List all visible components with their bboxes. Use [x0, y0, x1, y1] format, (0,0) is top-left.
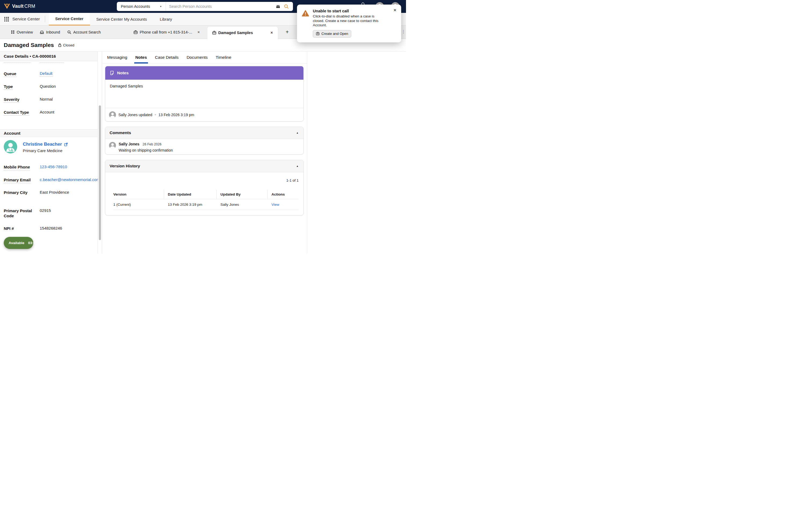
scrolled-field-stub [40, 62, 64, 63]
table-header-row: Version Date Updated Updated By Actions [113, 190, 299, 199]
external-link-icon [64, 143, 68, 147]
nav-tab-service-center[interactable]: Service Center [49, 13, 90, 25]
availability-timer: 03:00 [28, 241, 38, 245]
close-tab-icon[interactable]: ✕ [197, 30, 200, 34]
case-icon [212, 31, 216, 35]
collapse-icon[interactable]: ▲ [296, 165, 299, 167]
field-value-primary-postal-code: 02915 [40, 208, 51, 213]
account-section-header: Account [0, 129, 97, 137]
tab-documents[interactable]: Documents [186, 52, 208, 64]
vault-crm-logo[interactable]: VaultCRM [4, 3, 35, 9]
notes-card-header: Notes [105, 66, 303, 80]
comment-author: Sally Jones [119, 142, 139, 146]
case-panel-header: Case Details • CA-0000016 [0, 52, 97, 61]
field-label-type: Type [4, 84, 37, 89]
field-label-mobile-phone: Mobile Phone [4, 164, 37, 170]
field-value-queue[interactable]: Default [40, 71, 53, 76]
app-launcher-icon[interactable] [4, 17, 9, 21]
note-updated-by: Sally Jones updated [118, 113, 152, 117]
note-text: Damaged Samples [110, 84, 143, 88]
field-label-severity: Severity [4, 97, 37, 102]
tab-notes[interactable]: Notes [135, 52, 147, 64]
tab-timeline[interactable]: Timeline [215, 52, 232, 64]
create-and-open-button[interactable]: Create and Open [313, 30, 351, 38]
case-icon [134, 30, 138, 34]
notes-card-title: Notes [117, 70, 129, 75]
unable-to-start-call-toast: Unable to start call Click-to-dial is di… [297, 5, 401, 42]
tab-damaged-samples[interactable]: Damaged Samples ✕ [207, 26, 278, 39]
app-name-label: Service Center [12, 17, 40, 21]
inbox-icon [40, 30, 44, 34]
pagination-label: 1-1 of 1 [286, 178, 299, 182]
logo-text: VaultCRM [12, 3, 35, 9]
status-label: Closed [63, 43, 74, 47]
comment-item: Sally Jones 26 Feb 2026 Waiting on shipp… [105, 139, 303, 152]
avatar [109, 111, 116, 118]
vault-logo-icon [4, 3, 10, 9]
field-value-contact-type: Account [40, 110, 54, 114]
field-value-type: Question [40, 84, 56, 89]
field-value-primary-email[interactable]: c.beacher@newtonmemorial.com [40, 177, 100, 182]
binoculars-icon[interactable] [276, 4, 280, 9]
availability-status-pill[interactable]: Available 03:00 [4, 237, 33, 249]
global-search-bar: Person Accounts ▼ [117, 2, 293, 11]
version-history-table: Version Date Updated Updated By Actions … [113, 190, 299, 210]
field-value-mobile-phone[interactable]: 123-456-78910 [40, 164, 67, 169]
tab-inbound[interactable]: Inbound [40, 30, 60, 34]
collapse-icon[interactable]: ▲ [296, 131, 299, 134]
search-scope-selector[interactable]: Person Accounts ▼ [117, 2, 166, 11]
page-title: Damaged Samples [4, 42, 54, 48]
view-version-link[interactable]: View [271, 203, 279, 207]
column-header-actions: Actions [267, 190, 299, 199]
tab-messaging[interactable]: Messaging [107, 52, 128, 64]
content-area: Case Details • CA-0000016 Queue Default … [0, 52, 406, 253]
tab-overview[interactable]: Overview [11, 30, 33, 34]
comment-text: Waiting on shipping confirmation [119, 148, 173, 152]
add-tab-button[interactable]: + [286, 29, 289, 35]
field-label-npi: NPI # [4, 226, 37, 231]
account-specialty: Primary Care Medicine [23, 149, 62, 153]
create-open-icon [316, 32, 320, 36]
close-tab-icon[interactable]: ✕ [270, 31, 273, 35]
toast-body: Unable to start call Click-to-dial is di… [313, 9, 380, 42]
column-header-updated-by: Updated By [216, 190, 267, 199]
panel-scrollbar-track[interactable] [98, 52, 102, 253]
case-details-panel: Case Details • CA-0000016 Queue Default … [0, 52, 98, 253]
comment-date: 26 Feb 2026 [143, 143, 161, 146]
nav-tab-service-center-my-accounts[interactable]: Service Center My Accounts [90, 13, 153, 25]
field-value-primary-city: East Providence [40, 190, 69, 194]
dot-separator [155, 114, 156, 115]
comments-title: Comments [110, 130, 131, 135]
column-header-date-updated: Date Updated [164, 190, 216, 199]
tab-phone-call[interactable]: Phone call from +1 815-314-... ✕ [134, 30, 200, 34]
cell-updated-by: Sally Jones [216, 199, 267, 210]
tab-case-details[interactable]: Case Details [154, 52, 179, 64]
case-main-area: Messaging Notes Case Details Documents T… [102, 52, 307, 253]
account-name-link[interactable]: Christine Beacher [23, 142, 68, 147]
search-scope-label: Person Accounts [121, 4, 150, 9]
table-row: 1 (Current) 13 Feb 2026 3:19 pm Sally Jo… [113, 199, 299, 210]
field-label-queue: Queue [4, 71, 37, 76]
cell-date-updated: 13 Feb 2026 3:19 pm [164, 199, 216, 210]
notes-card: Notes Damaged Samples Sally Jones update… [105, 66, 304, 121]
note-updated-row: Sally Jones updated 13 Feb 2026 3:19 pm [105, 108, 303, 121]
nav-tab-library[interactable]: Library [153, 13, 179, 25]
panel-scrollbar-thumb[interactable] [99, 105, 101, 240]
search-submit-icon[interactable] [284, 4, 289, 9]
tab-account-search[interactable]: Account Search [67, 30, 101, 34]
scrolled-field-stub [4, 62, 31, 63]
chevron-down-icon: ▼ [160, 5, 162, 8]
avatar [109, 142, 116, 149]
close-toast-icon[interactable]: ✕ [393, 8, 397, 12]
doctor-avatar[interactable] [4, 140, 17, 154]
comments-card: Comments ▲ Sally Jones 26 Feb 2026 Waiti… [105, 127, 304, 155]
search-input[interactable] [166, 2, 276, 11]
field-label-primary-city: Primary City [4, 190, 37, 195]
tab-overflow-menu-icon[interactable]: ⋮ [401, 29, 405, 34]
column-header-version: Version [113, 190, 164, 199]
field-label-contact-type: Contact Type [4, 110, 37, 115]
field-value-npi: 1548268246 [40, 226, 62, 230]
field-label-primary-postal-code: Primary Postal Code [4, 208, 37, 218]
version-history-card: Version History ▲ 1-1 of 1 Version Date … [105, 160, 304, 215]
lock-icon [58, 43, 62, 47]
